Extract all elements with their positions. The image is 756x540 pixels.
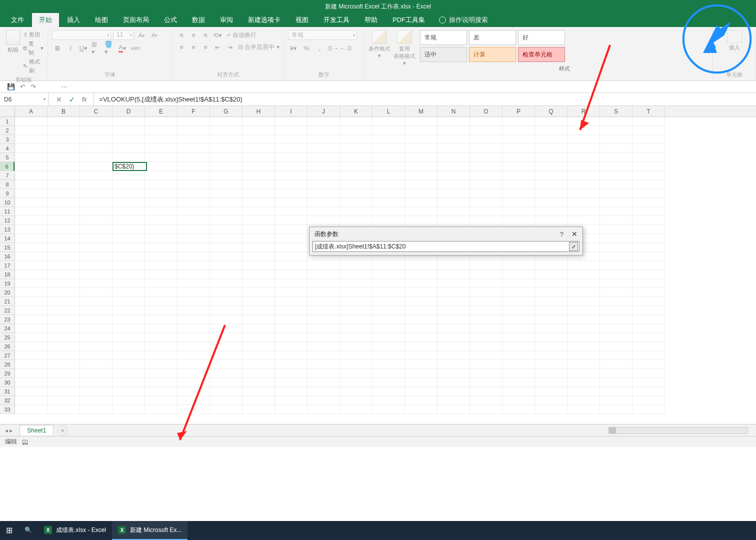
cell-I18[interactable] [275,270,308,279]
cell-S21[interactable] [600,297,632,306]
cell-A27[interactable] [15,351,48,360]
cell-L12[interactable] [372,216,405,225]
cell-O27[interactable] [470,351,502,360]
cell-E12[interactable] [145,216,178,225]
style-neutral[interactable]: 适中 [420,47,467,62]
cell-M25[interactable] [405,333,438,342]
cell-F33[interactable] [178,405,210,414]
cell-G5[interactable] [210,153,242,162]
cell-J27[interactable] [308,351,340,360]
cell-S4[interactable] [600,144,632,153]
cell-P33[interactable] [502,405,535,414]
cell-E14[interactable] [145,234,178,243]
cell-M21[interactable] [405,297,438,306]
col-header-A[interactable]: A [15,106,48,116]
cell-D10[interactable] [112,198,145,207]
tab-layout[interactable]: 页面布局 [116,13,156,27]
cell-P27[interactable] [502,351,535,360]
cell-O29[interactable] [470,369,502,378]
cell-J3[interactable] [308,135,340,144]
cell-M31[interactable] [405,387,438,396]
cell-I32[interactable] [275,396,308,405]
cell-N25[interactable] [438,333,470,342]
cell-P24[interactable] [502,324,535,333]
cell-A23[interactable] [15,315,48,324]
cell-A6[interactable] [15,162,48,171]
enter-formula-button[interactable]: ✓ [69,96,75,104]
col-header-Q[interactable]: Q [535,106,568,116]
cell-M24[interactable] [405,324,438,333]
cell-J6[interactable] [308,162,340,171]
cell-E10[interactable] [145,198,178,207]
cell-R5[interactable] [568,153,600,162]
cell-K29[interactable] [340,369,372,378]
cell-I9[interactable] [275,189,308,198]
row-header-31[interactable]: 31 [0,387,14,396]
cell-I4[interactable] [275,144,308,153]
cell-T26[interactable] [632,342,665,351]
cell-I15[interactable] [275,243,308,252]
cell-F10[interactable] [178,198,210,207]
cell-E8[interactable] [145,180,178,189]
cell-G1[interactable] [210,117,242,126]
cell-J5[interactable] [308,153,340,162]
cell-H27[interactable] [242,351,275,360]
cell-K12[interactable] [340,216,372,225]
cell-T9[interactable] [632,189,665,198]
cell-T27[interactable] [632,351,665,360]
tab-help[interactable]: 帮助 [358,13,384,27]
row-header-13[interactable]: 13 [0,225,14,234]
col-header-I[interactable]: I [275,106,308,116]
cell-C17[interactable] [80,261,112,270]
cell-Q20[interactable] [535,288,568,297]
cell-H14[interactable] [242,234,275,243]
cell-R28[interactable] [568,360,600,369]
cell-M3[interactable] [405,135,438,144]
cell-G6[interactable] [210,162,242,171]
cell-F11[interactable] [178,207,210,216]
cell-J21[interactable] [308,297,340,306]
cell-N28[interactable] [438,360,470,369]
cell-P10[interactable] [502,198,535,207]
cell-H16[interactable] [242,252,275,261]
cell-B19[interactable] [48,279,80,288]
cell-J25[interactable] [308,333,340,342]
cell-G28[interactable] [210,360,242,369]
cell-C9[interactable] [80,189,112,198]
cell-L7[interactable] [372,171,405,180]
col-header-G[interactable]: G [210,106,242,116]
cell-D17[interactable] [112,261,145,270]
cell-T6[interactable] [632,162,665,171]
tab-pdf[interactable]: PDF工具集 [386,13,432,27]
cell-F31[interactable] [178,387,210,396]
cell-B32[interactable] [48,396,80,405]
cell-P3[interactable] [502,135,535,144]
cell-N24[interactable] [438,324,470,333]
cell-L4[interactable] [372,144,405,153]
dialog-help-button[interactable]: ? [560,230,564,238]
cell-N11[interactable] [438,207,470,216]
cell-B1[interactable] [48,117,80,126]
cell-F30[interactable] [178,378,210,387]
cell-L32[interactable] [372,396,405,405]
cell-G16[interactable] [210,252,242,261]
cell-D32[interactable] [112,396,145,405]
cell-K18[interactable] [340,270,372,279]
cell-B14[interactable] [48,234,80,243]
tab-home[interactable]: 开始 [32,13,59,27]
cell-C3[interactable] [80,135,112,144]
cell-K2[interactable] [340,126,372,135]
cell-S24[interactable] [600,324,632,333]
row-header-12[interactable]: 12 [0,216,14,225]
cell-E31[interactable] [145,387,178,396]
cell-G8[interactable] [210,180,242,189]
cell-S1[interactable] [600,117,632,126]
cell-A8[interactable] [15,180,48,189]
cell-H30[interactable] [242,378,275,387]
cell-A29[interactable] [15,369,48,378]
cell-D13[interactable] [112,225,145,234]
cell-F27[interactable] [178,351,210,360]
cell-K9[interactable] [340,189,372,198]
cell-C22[interactable] [80,306,112,315]
cell-O11[interactable] [470,207,502,216]
